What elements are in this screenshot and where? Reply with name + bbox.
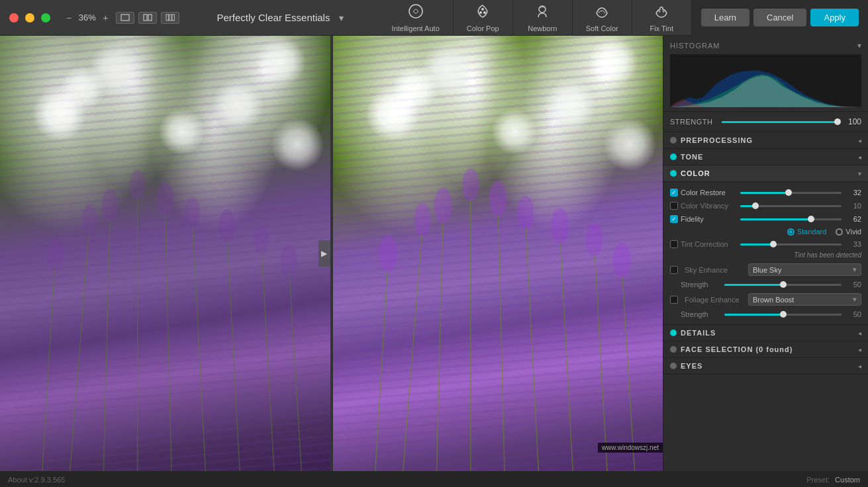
- tone-arrow: ◂: [858, 154, 861, 161]
- svg-point-43: [434, 187, 452, 223]
- color-dot: [670, 170, 677, 177]
- zoom-plus-icon[interactable]: +: [103, 13, 108, 23]
- after-image-panel: [330, 36, 663, 471]
- tab-intelligent-auto-label: Intelligent Auto: [392, 24, 440, 32]
- svg-point-23: [47, 236, 64, 271]
- histogram-header: HISTOGRAM ▾: [670, 41, 861, 50]
- color-restore-checkbox[interactable]: [670, 189, 678, 197]
- learn-button[interactable]: Learn: [701, 9, 749, 26]
- color-vibrancy-slider[interactable]: [740, 205, 842, 207]
- fidelity-checkbox-area: Fidelity: [670, 215, 736, 223]
- svg-point-31: [281, 244, 297, 277]
- svg-point-12: [659, 10, 661, 13]
- maximize-button[interactable]: [41, 13, 50, 22]
- eyes-dot: [670, 363, 677, 369]
- tint-correction-checkbox[interactable]: [670, 240, 678, 248]
- foliage-strength-value: 50: [845, 310, 861, 318]
- newborn-icon: [534, 3, 551, 23]
- sky-strength-row: Strength 50: [663, 279, 868, 290]
- color-arrow: ▾: [858, 170, 861, 177]
- color-pop-icon: [474, 3, 491, 23]
- apply-button[interactable]: Apply: [810, 9, 859, 26]
- tone-section-header[interactable]: TONE ◂: [663, 149, 868, 165]
- svg-point-49: [612, 242, 630, 278]
- close-button[interactable]: [9, 13, 19, 22]
- tab-color-pop[interactable]: Color Pop: [454, 0, 513, 36]
- svg-line-40: [622, 267, 636, 471]
- svg-point-42: [414, 202, 430, 236]
- foliage-strength-row: Strength 50: [663, 308, 868, 320]
- svg-point-41: [379, 235, 397, 272]
- svg-point-13: [663, 10, 665, 13]
- preset-label: Preset:: [806, 476, 830, 484]
- vivid-radio[interactable]: Vivid: [836, 228, 861, 236]
- tint-correction-value: 33: [845, 240, 861, 248]
- histogram-dropdown-icon[interactable]: ▾: [857, 41, 861, 50]
- sky-strength-label: Strength: [681, 281, 720, 288]
- svg-line-39: [594, 247, 608, 471]
- svg-rect-5: [172, 15, 175, 21]
- color-vibrancy-row: Color Vibrancy 10: [663, 199, 868, 212]
- svg-line-16: [103, 212, 110, 471]
- preprocessing-section-header[interactable]: PREPROCESSING ◂: [663, 132, 868, 149]
- image-panels: ▶: [0, 36, 663, 471]
- svg-line-19: [193, 219, 207, 471]
- foliage-strength-slider[interactable]: [724, 314, 842, 316]
- preset-dropdown-button[interactable]: ▾: [335, 11, 348, 24]
- minimize-button[interactable]: [25, 13, 34, 22]
- view-compare-icon[interactable]: [161, 12, 179, 24]
- tint-correction-slider[interactable]: [740, 244, 842, 245]
- tab-intelligent-auto[interactable]: Intelligent Auto: [379, 0, 454, 36]
- svg-rect-2: [148, 15, 152, 21]
- svg-rect-3: [166, 15, 169, 21]
- svg-line-38: [559, 233, 573, 471]
- color-vibrancy-checkbox-area: Color Vibrancy: [670, 202, 736, 210]
- svg-point-29: [218, 210, 235, 243]
- color-restore-row: Color Restore 32: [663, 186, 868, 199]
- foliage-enhance-checkbox[interactable]: [670, 296, 678, 304]
- sky-enhance-dropdown[interactable]: Blue Sky ▾: [748, 263, 861, 276]
- right-arrow-icon[interactable]: ▶: [318, 240, 330, 267]
- strength-slider[interactable]: [722, 121, 838, 123]
- sky-enhance-checkbox[interactable]: [670, 266, 678, 274]
- foliage-enhance-dropdown-arrow: ▾: [853, 295, 857, 304]
- view-single-icon[interactable]: [116, 12, 134, 24]
- color-restore-slider[interactable]: [740, 192, 842, 194]
- sky-strength-slider[interactable]: [724, 284, 842, 286]
- tab-soft-color[interactable]: Soft Color: [573, 0, 632, 36]
- fidelity-checkbox[interactable]: [670, 215, 678, 223]
- sky-enhance-row: Sky Enhance Blue Sky ▾: [663, 261, 868, 279]
- vivid-radio-label: Vivid: [845, 228, 861, 236]
- face-selection-title: FACE SELECTION (0 found): [681, 345, 854, 353]
- fidelity-row: Fidelity 62: [663, 212, 868, 226]
- fidelity-slider[interactable]: [740, 218, 842, 220]
- color-restore-value: 32: [845, 189, 861, 197]
- svg-point-45: [489, 181, 506, 216]
- svg-line-36: [498, 205, 505, 471]
- strength-label: STRENGTH: [670, 118, 716, 126]
- view-split-icon[interactable]: [138, 12, 157, 24]
- foliage-enhance-label: Foliage Enhance: [685, 296, 744, 304]
- color-vibrancy-checkbox[interactable]: [670, 202, 678, 210]
- zoom-minus-icon[interactable]: −: [66, 13, 72, 23]
- fix-tint-icon: [653, 3, 670, 23]
- tab-newborn[interactable]: Newborn: [513, 0, 573, 36]
- foliage-strength-label: Strength: [681, 310, 720, 318]
- svg-point-47: [551, 208, 569, 244]
- tab-fix-tint[interactable]: Fix Tint: [632, 0, 692, 36]
- histogram-title: HISTOGRAM: [670, 42, 720, 50]
- color-section-header[interactable]: COLOR ▾: [663, 165, 868, 182]
- cancel-button[interactable]: Cancel: [753, 9, 806, 26]
- svg-point-30: [254, 224, 269, 255]
- svg-rect-0: [121, 15, 129, 21]
- face-selection-section-header[interactable]: FACE SELECTION (0 found) ◂: [663, 341, 868, 358]
- soft-color-icon: [593, 3, 610, 23]
- eyes-section-header[interactable]: EYES ◂: [663, 358, 868, 375]
- tab-newborn-label: Newborn: [528, 24, 557, 32]
- color-vibrancy-label: Color Vibrancy: [681, 202, 728, 210]
- foliage-enhance-dropdown[interactable]: Brown Boost ▾: [748, 293, 861, 306]
- preset-title: Perfectly Clear Essentials: [217, 12, 330, 23]
- details-section-header[interactable]: DETAILS ◂: [663, 325, 868, 341]
- standard-radio[interactable]: Standard: [787, 228, 827, 236]
- watermark: www.windowszj.net: [598, 443, 663, 453]
